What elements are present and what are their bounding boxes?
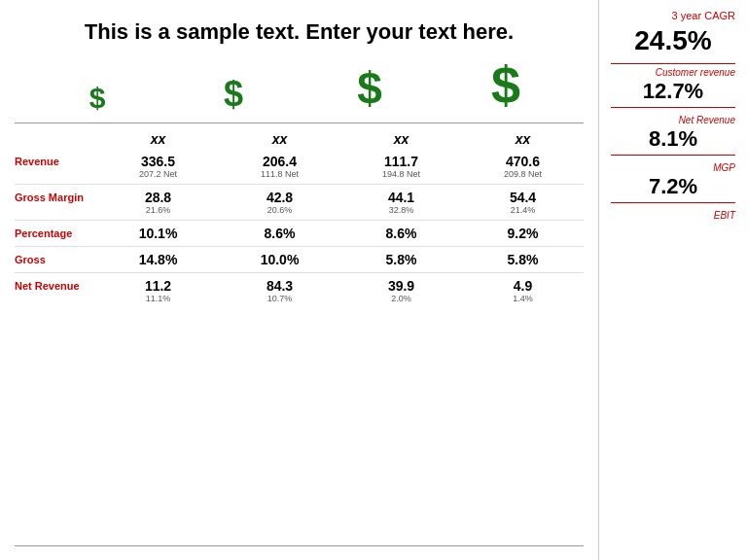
side-divider-1: [611, 63, 735, 64]
table-row: Net Revenue 11.2 11.1% 84.3 10.7% 39.9 2…: [15, 273, 584, 308]
side-divider-2: [611, 107, 735, 108]
percentage-cell-4: 9.2%: [462, 226, 584, 241]
dollar-icon-3: $: [302, 62, 438, 115]
side-panel: 3 year CAGR 24.5% Customer revenue 12.7%…: [598, 0, 747, 560]
row-label-gross-margin: Gross Margin: [15, 190, 97, 203]
dollar-icon-4: $: [438, 54, 574, 115]
side-metric-ebit: EBIT: [611, 210, 735, 221]
headline: This is a sample text. Enter your text h…: [15, 19, 584, 45]
gross-margin-cell-4: 54.4 21.4%: [462, 190, 584, 215]
net-revenue-cell-2: 84.3 10.7%: [219, 278, 340, 303]
side-metric-mgp: MGP 7.2%: [611, 162, 735, 206]
top-divider: [15, 122, 584, 123]
col-header-4: xx: [462, 131, 584, 147]
net-revenue-cell-1: 11.2 11.1%: [97, 278, 219, 303]
table-row: Revenue 336.5 207.2 Net 206.4 111.8 Net …: [15, 149, 584, 185]
cagr-label: 3 year CAGR: [611, 10, 735, 21]
revenue-cell-3: 111.7 194.8 Net: [340, 154, 462, 179]
col-header-2: xx: [219, 131, 340, 147]
dollar-icons: $ $ $ $: [29, 54, 574, 115]
col-header-1: xx: [97, 131, 219, 147]
net-revenue-side-label: Net Revenue: [611, 115, 735, 125]
net-revenue-cell-3: 39.9 2.0%: [340, 278, 462, 303]
bottom-divider: [15, 545, 584, 546]
ebit-label: EBIT: [611, 210, 735, 221]
customer-revenue-value: 12.7%: [611, 79, 735, 104]
table-row: Percentage 10.1% 8.6% 8.6% 9.2%: [15, 221, 584, 247]
dollar-row: $ $ $ $: [15, 54, 584, 119]
dollar-icon-1: $: [29, 82, 165, 115]
gross-margin-cell-1: 28.8 21.6%: [97, 190, 219, 215]
gross-cell-2: 10.0%: [219, 252, 340, 267]
revenue-cell-4: 470.6 209.8 Net: [462, 154, 584, 179]
row-label-percentage: Percentage: [15, 226, 97, 239]
mgp-label: MGP: [611, 162, 735, 173]
col-headers: xx xx xx xx: [15, 131, 584, 147]
percentage-cell-3: 8.6%: [340, 226, 462, 241]
row-label-revenue: Revenue: [15, 154, 97, 167]
table-row: Gross Margin 28.8 21.6% 42.8 20.6% 44.1 …: [15, 185, 584, 221]
column-headers-row: xx xx xx xx: [97, 131, 584, 147]
gross-margin-cell-2: 42.8 20.6%: [219, 190, 340, 215]
col-header-3: xx: [340, 131, 462, 147]
mgp-value: 7.2%: [611, 174, 735, 199]
customer-revenue-label: Customer revenue: [611, 67, 735, 78]
percentage-cell-1: 10.1%: [97, 226, 219, 241]
main-panel: This is a sample text. Enter your text h…: [0, 0, 598, 560]
gross-cell-3: 5.8%: [340, 252, 462, 267]
percentage-cell-2: 8.6%: [219, 226, 340, 241]
side-divider-3: [611, 155, 735, 156]
gross-margin-cells: 28.8 21.6% 42.8 20.6% 44.1 32.8% 54.4 21…: [97, 190, 584, 215]
net-revenue-cells: 11.2 11.1% 84.3 10.7% 39.9 2.0% 4.9 1.4%: [97, 278, 584, 303]
net-revenue-side-value: 8.1%: [611, 126, 735, 152]
side-divider-4: [611, 202, 735, 203]
percentage-cells: 10.1% 8.6% 8.6% 9.2%: [97, 226, 584, 241]
gross-cell-1: 14.8%: [97, 252, 219, 267]
table-row: Gross 14.8% 10.0% 5.8% 5.8%: [15, 247, 584, 273]
revenue-cell-2: 206.4 111.8 Net: [219, 154, 340, 179]
gross-margin-cell-3: 44.1 32.8%: [340, 190, 462, 215]
revenue-cells: 336.5 207.2 Net 206.4 111.8 Net 111.7 19…: [97, 154, 584, 179]
dollar-icon-2: $: [165, 74, 302, 115]
revenue-cell-1: 336.5 207.2 Net: [97, 154, 219, 179]
row-label-net-revenue: Net Revenue: [15, 278, 97, 292]
row-label-gross: Gross: [15, 252, 97, 265]
gross-cell-4: 5.8%: [462, 252, 584, 267]
data-table: Revenue 336.5 207.2 Net 206.4 111.8 Net …: [15, 149, 584, 542]
cagr-value: 24.5%: [611, 25, 735, 56]
side-metric-net-revenue: Net Revenue 8.1%: [611, 115, 735, 158]
side-metric-customer-revenue: Customer revenue 12.7%: [611, 67, 735, 111]
gross-cells: 14.8% 10.0% 5.8% 5.8%: [97, 252, 584, 267]
row-label-spacer: [15, 131, 97, 147]
net-revenue-cell-4: 4.9 1.4%: [462, 278, 584, 303]
